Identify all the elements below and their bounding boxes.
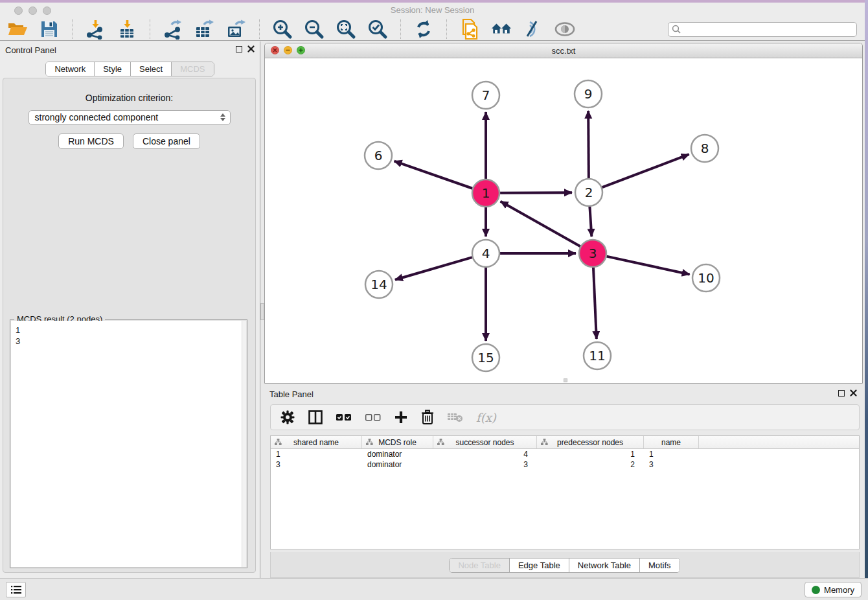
table-panel: Table Panel: [264, 386, 865, 578]
table-settings-icon[interactable]: [280, 410, 295, 425]
column-header-successor-nodes[interactable]: successor nodes: [433, 436, 537, 448]
tab-edge-table[interactable]: Edge Table: [509, 559, 569, 572]
delete-table-icon: [447, 411, 464, 424]
zoom-fit-icon[interactable]: [335, 19, 357, 40]
table-toolbar: f(x): [270, 404, 860, 430]
tab-node-table[interactable]: Node Table: [450, 559, 509, 572]
table-cell: 3: [271, 459, 362, 470]
result-scrollbar[interactable]: [242, 321, 246, 567]
control-panel: Control Panel NetworkStyleSelectMCDS Opt…: [0, 41, 260, 578]
table-cell: dominator: [362, 449, 433, 459]
optimization-criterion-label: Optimization criterion:: [3, 93, 255, 103]
delete-column-icon[interactable]: [420, 410, 435, 425]
tab-select[interactable]: Select: [130, 62, 171, 76]
table-cell: 4: [433, 449, 537, 459]
node-label-2: 2: [585, 185, 593, 200]
edge-2-9[interactable]: [588, 111, 589, 178]
panel-splitter-handle[interactable]: [260, 303, 264, 320]
edge-3-10[interactable]: [606, 257, 689, 275]
toolbar-separator: [446, 19, 447, 39]
duplicate-network-icon[interactable]: [459, 19, 481, 40]
node-label-6: 6: [374, 148, 383, 163]
edge-2-8[interactable]: [602, 154, 689, 187]
export-table-icon[interactable]: [194, 19, 216, 40]
network-view-title: scc.txt: [265, 46, 862, 56]
column-header-MCDS-role[interactable]: MCDS role: [362, 436, 433, 448]
mcds-panel: Optimization criterion: strongly connect…: [3, 78, 256, 573]
control-panel-tabs: NetworkStyleSelectMCDS: [0, 62, 260, 76]
column-header-predecessor-nodes[interactable]: predecessor nodes: [537, 436, 644, 448]
import-table-icon[interactable]: [116, 19, 138, 40]
search-input[interactable]: [668, 22, 857, 37]
tab-mcds[interactable]: MCDS: [171, 62, 213, 76]
mcds-result-group: MCDS result (2 nodes) 1 3: [10, 319, 247, 568]
edge-4-14[interactable]: [395, 257, 472, 280]
network-view-window: scc.txt 7968124314101511: [264, 43, 863, 384]
close-panel-icon[interactable]: [247, 45, 255, 52]
task-history-button[interactable]: [6, 582, 26, 597]
float-panel-icon[interactable]: [236, 46, 242, 52]
mcds-result-area[interactable]: 1 3: [11, 321, 246, 567]
refresh-icon[interactable]: [413, 19, 435, 40]
run-mcds-button[interactable]: Run MCDS: [58, 133, 124, 149]
table-cell: 3: [644, 459, 699, 470]
memory-button[interactable]: Memory: [805, 582, 862, 597]
open-session-icon[interactable]: [6, 19, 29, 40]
control-panel-title: Control Panel: [5, 45, 56, 55]
zoom-in-icon[interactable]: [271, 19, 293, 40]
network-window-titlebar[interactable]: scc.txt: [265, 43, 862, 58]
node-label-15: 15: [477, 350, 494, 365]
column-header-name[interactable]: name: [644, 436, 699, 448]
titlebar: Session: New Session: [0, 3, 865, 18]
show-hide-panels-icon[interactable]: [490, 19, 512, 40]
node-label-4: 4: [482, 246, 490, 261]
node-label-10: 10: [698, 270, 714, 286]
export-image-icon[interactable]: [225, 19, 247, 40]
table-cell: 2: [537, 459, 644, 470]
main-toolbar: [0, 18, 865, 41]
edge-2-3[interactable]: [589, 207, 591, 237]
tab-network[interactable]: Network: [46, 62, 94, 76]
node-label-7: 7: [482, 87, 490, 103]
tab-motifs[interactable]: Motifs: [639, 559, 680, 572]
tab-network-table[interactable]: Network Table: [569, 559, 639, 572]
select-all-columns-icon[interactable]: [336, 411, 352, 423]
toolbar-separator: [259, 19, 260, 39]
zoom-selected-icon[interactable]: [367, 19, 389, 40]
column-header-shared-name[interactable]: shared name: [271, 436, 362, 448]
table-tabs: Node TableEdge TableNetwork TableMotifs: [264, 558, 865, 573]
export-network-icon[interactable]: [162, 19, 184, 40]
table-cell: 3: [433, 459, 537, 470]
search-field: [668, 22, 857, 37]
mcds-result-text: 1 3: [11, 321, 246, 347]
zoom-out-icon[interactable]: [303, 19, 325, 40]
float-table-panel-icon[interactable]: [838, 390, 845, 397]
show-columns-icon[interactable]: [308, 410, 323, 425]
show-graphics-details-icon[interactable]: [522, 19, 544, 40]
add-column-icon[interactable]: [394, 410, 408, 424]
deselect-all-columns-icon[interactable]: [365, 411, 382, 423]
optimization-criterion-select[interactable]: strongly connected component: [29, 110, 231, 125]
edge-3-1[interactable]: [501, 202, 580, 246]
table-row[interactable]: 1dominator411: [271, 449, 859, 459]
table-cell: dominator: [362, 459, 433, 470]
memory-label: Memory: [824, 585, 854, 595]
desktop-edge-right: [865, 0, 868, 600]
edge-1-6[interactable]: [394, 161, 473, 189]
close-panel-button[interactable]: Close panel: [133, 133, 200, 149]
status-bar: Memory: [0, 578, 868, 600]
toggle-bird-view-icon[interactable]: [554, 19, 576, 40]
close-table-panel-icon[interactable]: [850, 389, 857, 397]
table-row[interactable]: 3dominator323: [271, 459, 859, 470]
table-cell: 1: [644, 449, 699, 459]
canvas-resize-grip[interactable]: [564, 378, 567, 382]
network-canvas[interactable]: 7968124314101511: [265, 58, 862, 383]
tab-style[interactable]: Style: [94, 62, 130, 76]
application-window: Session: New Session: [0, 0, 868, 600]
table-cell: 1: [537, 449, 644, 459]
import-network-icon[interactable]: [84, 19, 106, 40]
save-session-icon[interactable]: [38, 19, 60, 40]
edge-3-11[interactable]: [593, 268, 597, 339]
table-panel-title: Table Panel: [269, 389, 314, 399]
edge-1-2[interactable]: [500, 192, 572, 193]
